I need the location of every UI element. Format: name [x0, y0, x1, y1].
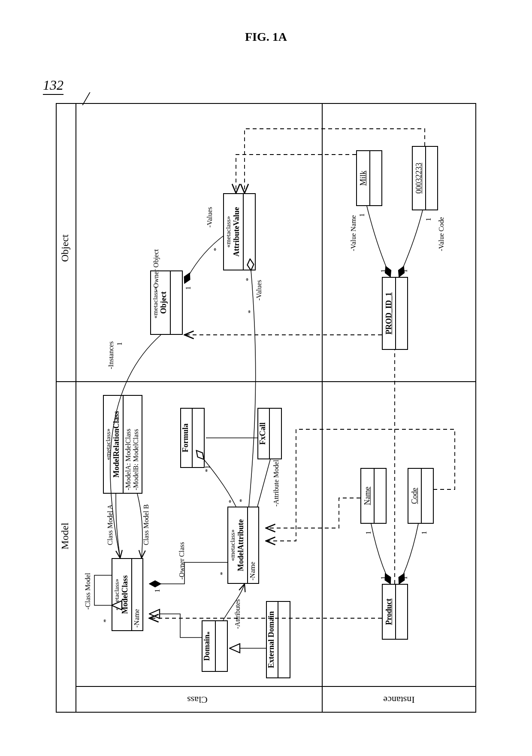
assoc-label-attribute-model: -Attribute Model — [272, 460, 280, 507]
object-compartment — [426, 147, 437, 209]
assoc-label-owner-class: -Owner Class — [178, 542, 186, 580]
mult-one: 1 — [380, 576, 387, 580]
reference-number: 132 — [43, 77, 63, 95]
class-box-modelattribute: «metaclass» ModelAttribute -Name — [227, 507, 259, 584]
mult-many: * — [212, 248, 220, 251]
stereotype-label: «metaclass» — [104, 396, 112, 493]
object-compartment — [370, 151, 381, 205]
object-name: Milk — [357, 151, 370, 205]
class-box-modelrelationclass: «metaclass» ModelRelationClass -ModelA: … — [103, 395, 142, 494]
object-box-product: Product — [382, 584, 408, 640]
class-compartment — [171, 271, 182, 334]
object-box-code: Code — [408, 468, 434, 524]
class-box-fxcall: FxCall — [257, 408, 282, 459]
class-name: Domain* — [203, 621, 216, 671]
object-compartment — [396, 585, 407, 639]
object-compartment — [375, 469, 386, 523]
figure-title: FIG. 1A — [0, 30, 532, 44]
assoc-label-owner-object: - Owner Object — [152, 249, 160, 292]
class-attr: -ModelA: ModelClass — [124, 398, 132, 490]
assoc-label-instances: -Instances — [107, 341, 115, 369]
mult-many: * — [227, 500, 235, 503]
grid-vline-sidebar — [76, 686, 475, 687]
class-compartment — [270, 409, 281, 458]
object-compartment — [422, 469, 433, 523]
class-name-text: Domain — [203, 635, 211, 661]
grid-vline-middle — [56, 381, 475, 382]
diagram-frame: Model Object Class Instance «metaclass» … — [56, 103, 476, 713]
class-compartment — [278, 602, 290, 677]
object-box-codeval: 00032233 — [412, 146, 438, 210]
class-attr: -ModelB: ModelClass — [132, 398, 140, 490]
mult-many: * — [219, 572, 227, 575]
mult-many: * — [238, 499, 246, 502]
row-header-class: Class — [187, 694, 208, 705]
mult-one: 1 — [420, 531, 428, 534]
class-box-domain: Domain* — [202, 620, 228, 672]
mult-many: * — [102, 619, 110, 622]
object-name: Name — [361, 469, 375, 523]
mult-one: 1 — [358, 213, 366, 217]
stereotype-label: «metaclass» — [112, 559, 121, 630]
class-name: Object — [159, 271, 171, 334]
class-name: FxCall — [258, 409, 270, 458]
class-name: Formula — [181, 409, 193, 467]
class-box-externaldomain: External Domain — [266, 601, 290, 678]
mult-many: * — [247, 310, 254, 313]
column-header-object: Object — [59, 234, 71, 262]
mult-one: 1 — [425, 218, 432, 221]
assoc-label-values2: -Values — [255, 280, 263, 301]
object-name: PROD_ID_1 — [383, 278, 396, 349]
assoc-label-attributes: -Attributes — [234, 599, 242, 629]
mult-one: 1 — [401, 269, 409, 273]
mult-one: 1 — [401, 576, 409, 580]
class-name: ModelAttribute — [236, 507, 248, 583]
object-box-milk: Milk — [356, 150, 382, 206]
mult-one: 1 — [116, 342, 124, 346]
assoc-label-value-name: -Value Name — [350, 215, 357, 251]
class-name: ModelRelationClass — [112, 396, 124, 493]
grid-hline-middle — [322, 104, 323, 713]
object-name: Product — [383, 585, 396, 639]
mult-one-star: *1 — [204, 465, 212, 472]
class-box-modelclass: «metaclass» ModelClass -Name — [112, 558, 143, 631]
mult-one: 1 — [380, 269, 387, 273]
mult-one: 1 — [365, 531, 372, 534]
assoc-label-class-model: -Class Model — [84, 573, 92, 610]
object-name: 00032233 — [413, 147, 426, 209]
stereotype-label: «metaclass» — [224, 194, 232, 270]
mult-many: * — [245, 278, 252, 281]
class-name: AttributeValue — [232, 194, 244, 270]
assoc-label-class-model-b: Class Model B — [142, 504, 150, 545]
class-attr: -Name — [248, 507, 258, 583]
assoc-label-value-code: -Value Code — [438, 217, 445, 251]
class-compartment — [216, 621, 227, 671]
stereotype-label: «metaclass» — [228, 507, 236, 583]
class-compartment — [193, 409, 204, 467]
class-name: ModelClass — [121, 559, 132, 630]
object-box-name: Name — [360, 468, 387, 524]
class-box-formula: Formula — [180, 408, 205, 468]
mult-one: 1 — [154, 589, 161, 592]
object-compartment — [396, 278, 407, 349]
assoc-label-class-model-a: Class Model A — [106, 504, 114, 545]
class-compartment — [244, 194, 255, 270]
class-box-attributevalue: «metaclass» AttributeValue — [223, 193, 256, 270]
mult-one: 1 — [184, 286, 192, 290]
assoc-label-values: -Values — [206, 207, 214, 228]
column-header-model: Model — [59, 522, 71, 550]
class-name: External Domain — [267, 602, 278, 677]
object-name: Code — [408, 469, 422, 523]
class-attr: -Name — [132, 559, 142, 630]
row-header-instance: Instance — [383, 694, 414, 705]
grid-hline-header — [76, 104, 76, 713]
object-box-prodid: PROD_ID_1 — [382, 277, 408, 350]
